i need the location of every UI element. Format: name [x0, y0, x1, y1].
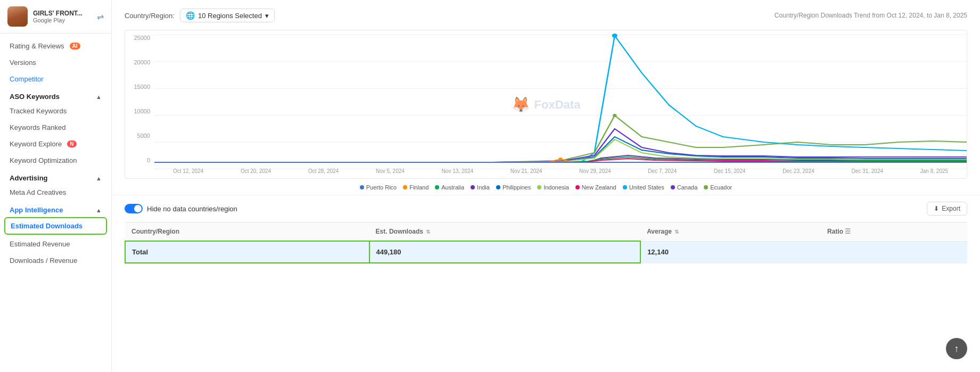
- sidebar-label-versions: Versions: [10, 59, 36, 67]
- section-app-intelligence-label: App Intelligence: [10, 206, 63, 214]
- section-aso-keywords[interactable]: ASO Keywords ▲: [0, 87, 111, 103]
- legend-label-united-states: United States: [629, 184, 664, 191]
- export-button[interactable]: ⬇ Export: [927, 202, 967, 216]
- legend-label-ecuador: Ecuador: [710, 184, 732, 191]
- legend-dot-finland: [403, 185, 407, 189]
- table-body: Total 449,180 12,140: [125, 241, 967, 263]
- legend-label-canada: Canada: [677, 184, 698, 191]
- table-row-total: Total 449,180 12,140: [125, 241, 967, 263]
- advertising-chevron: ▲: [96, 175, 102, 181]
- table-menu-icon[interactable]: ☰: [845, 228, 851, 235]
- total-average-cell: 12,140: [640, 241, 821, 263]
- badge-ai: AI: [70, 43, 80, 49]
- legend-item-indonesia: Indonesia: [537, 184, 569, 191]
- sidebar-header: GIRLS' FRONT... Google Play ⇌: [0, 0, 111, 34]
- sidebar-item-keywords-ranked[interactable]: Keywords Ranked: [0, 119, 111, 136]
- svg-point-2: [613, 114, 617, 117]
- y-label-15000: 15000: [129, 84, 150, 90]
- sort-icon-downloads: ⇅: [426, 229, 430, 235]
- x-label-8: Dec 7, 2024: [648, 168, 677, 174]
- aso-keywords-chevron: ▲: [96, 94, 102, 100]
- section-app-intelligence[interactable]: App Intelligence ▲: [0, 201, 111, 216]
- legend-item-puerto-rico: Puerto Rico: [360, 184, 397, 191]
- y-label-25000: 25000: [129, 35, 150, 41]
- region-selector-text: 10 Regions Selected: [198, 12, 262, 20]
- chart-section: Country/Region: 🌐 10 Regions Selected ▾ …: [112, 0, 980, 195]
- th-est-downloads-label: Est. Downloads: [376, 228, 423, 235]
- section-advertising-label: Advertising: [10, 174, 48, 182]
- sidebar-label-keyword-optimization: Keyword Optimization: [10, 156, 77, 164]
- hide-toggle-switch[interactable]: [125, 204, 143, 213]
- app-info: GIRLS' FRONT... Google Play: [33, 10, 92, 23]
- legend-dot-united-states: [623, 185, 627, 189]
- sidebar-item-rating-reviews[interactable]: Rating & Reviews AI: [0, 38, 111, 54]
- region-selector[interactable]: 🌐 10 Regions Selected ▾: [180, 9, 275, 22]
- avatar: [7, 6, 28, 27]
- app-name: GIRLS' FRONT...: [33, 10, 92, 17]
- legend-label-philippines: Philippines: [503, 184, 531, 191]
- total-average-value: 12,140: [647, 248, 669, 256]
- dropdown-chevron-icon: ▾: [265, 12, 269, 20]
- sidebar-item-keyword-optimization[interactable]: Keyword Optimization: [0, 152, 111, 169]
- x-label-2: Oct 20, 2024: [241, 168, 271, 174]
- app-intelligence-chevron: ▲: [96, 207, 102, 213]
- legend-item-philippines: Philippines: [496, 184, 531, 191]
- legend-item-new-zealand: New Zealand: [575, 184, 616, 191]
- x-label-12: Jan 8, 2025: [920, 168, 948, 174]
- legend-label-india: India: [477, 184, 490, 191]
- sidebar-label-meta-ad-creatives: Meta Ad Creatives: [10, 188, 66, 196]
- total-downloads-value: 449,180: [376, 248, 401, 256]
- scroll-top-button[interactable]: ↑: [946, 338, 967, 359]
- legend-dot-australia: [435, 185, 439, 189]
- th-average-label: Average: [647, 228, 672, 235]
- y-label-20000: 20000: [129, 59, 150, 65]
- th-country-label: Country/Region: [131, 228, 179, 235]
- export-icon: ⬇: [934, 205, 939, 212]
- legend-item-finland: Finland: [403, 184, 429, 191]
- table-controls: Hide no data countries/region ⬇ Export: [125, 202, 967, 216]
- sidebar-item-tracked-keywords[interactable]: Tracked Keywords: [0, 103, 111, 119]
- th-country: Country/Region: [125, 222, 369, 242]
- sidebar-label-keyword-explore: Keyword Explore: [10, 140, 62, 148]
- th-est-downloads[interactable]: Est. Downloads ⇅: [369, 222, 641, 242]
- chart-header: Country/Region: 🌐 10 Regions Selected ▾ …: [125, 9, 967, 22]
- chart-container: 25000 20000 15000 10000 5000 0: [125, 30, 967, 179]
- legend-dot-philippines: [496, 185, 500, 189]
- x-label-11: Dec 31, 2024: [852, 168, 884, 174]
- sidebar-item-estimated-downloads[interactable]: Estimated Downloads: [4, 217, 107, 235]
- total-country-cell: Total: [125, 241, 369, 263]
- legend-label-puerto-rico: Puerto Rico: [366, 184, 397, 191]
- sidebar-label-competitor: Competitor: [10, 75, 44, 83]
- legend-dot-indonesia: [537, 185, 541, 189]
- th-ratio: Ratio ☰: [821, 222, 967, 242]
- sidebar-item-versions[interactable]: Versions: [0, 54, 111, 71]
- sidebar-item-downloads-revenue[interactable]: Downloads / Revenue: [0, 252, 111, 269]
- legend-dot-canada: [671, 185, 675, 189]
- svg-point-1: [558, 158, 563, 161]
- sidebar-item-competitor[interactable]: Competitor: [0, 71, 111, 87]
- scroll-top-icon: ↑: [954, 343, 959, 354]
- legend-item-ecuador: Ecuador: [704, 184, 732, 191]
- section-advertising[interactable]: Advertising ▲: [0, 169, 111, 184]
- x-label-6: Nov 21, 2024: [510, 168, 542, 174]
- country-region-label: Country/Region:: [125, 12, 175, 20]
- total-country-label: Total: [132, 248, 148, 256]
- sidebar-item-estimated-revenue[interactable]: Estimated Revenue: [0, 236, 111, 252]
- pin-icon[interactable]: ⇌: [97, 12, 104, 22]
- sidebar-item-meta-ad-creatives[interactable]: Meta Ad Creatives: [0, 184, 111, 201]
- sidebar-label-tracked-keywords: Tracked Keywords: [10, 107, 67, 115]
- sidebar-label-rating-reviews: Rating & Reviews: [10, 42, 64, 50]
- y-label-10000: 10000: [129, 108, 150, 114]
- x-label-4: Nov 5, 2024: [376, 168, 405, 174]
- legend-item-canada: Canada: [671, 184, 698, 191]
- legend-label-new-zealand: New Zealand: [582, 184, 616, 191]
- th-ratio-label: Ratio: [827, 228, 843, 235]
- x-label-1: Oct 12, 2024: [173, 168, 203, 174]
- legend-dot-india: [471, 185, 475, 189]
- chart-svg: [154, 30, 967, 164]
- main-inner: Country/Region: 🌐 10 Regions Selected ▾ …: [112, 0, 980, 372]
- x-label-7: Nov 29, 2024: [579, 168, 611, 174]
- th-average[interactable]: Average ⇅: [640, 222, 821, 242]
- sidebar-label-keywords-ranked: Keywords Ranked: [10, 123, 66, 131]
- sidebar-item-keyword-explore[interactable]: Keyword Explore N: [0, 136, 111, 152]
